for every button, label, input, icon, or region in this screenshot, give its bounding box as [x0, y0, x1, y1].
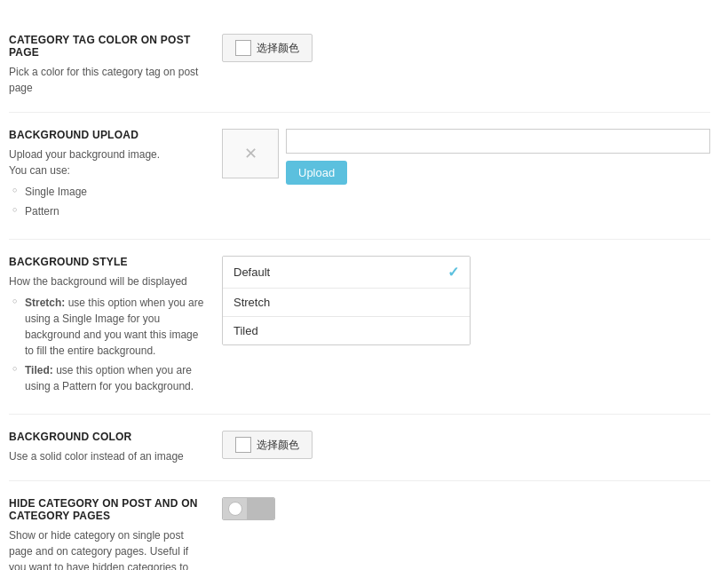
section-left: BACKGROUND STYLE How the background will… — [9, 256, 222, 398]
background-style-desc: How the background will be displayed Str… — [9, 273, 204, 394]
tiled-desc: Tiled: use this option when you are usin… — [12, 362, 204, 394]
tiled-label: Tiled: — [25, 364, 53, 376]
section-right — [222, 497, 710, 520]
background-upload-title: BACKGROUND UPLOAD — [9, 129, 204, 141]
category-tag-color-desc: Pick a color for this category tag on po… — [9, 64, 204, 96]
style-option-tiled[interactable]: Tiled — [223, 317, 470, 344]
hide-category-section: HIDE CATEGORY ON POST AND ON CATEGORY PA… — [9, 481, 710, 570]
hide-category-title: HIDE CATEGORY ON POST AND ON CATEGORY PA… — [9, 497, 204, 522]
background-color-section: BACKGROUND COLOR Use a solid color inste… — [9, 415, 710, 481]
category-color-btn-label: 选择颜色 — [257, 41, 299, 56]
color-swatch — [235, 40, 251, 56]
background-style-section: BACKGROUND STYLE How the background will… — [9, 240, 710, 415]
color-swatch — [235, 437, 251, 453]
remove-icon: ✕ — [244, 144, 257, 163]
background-style-desc-text: How the background will be displayed — [9, 275, 187, 288]
background-color-picker-button[interactable]: 选择颜色 — [222, 431, 313, 459]
style-option-default-label: Default — [233, 265, 270, 279]
section-right: 选择颜色 — [222, 431, 710, 459]
upload-row: ✕ Upload — [222, 129, 710, 185]
stretch-label: Stretch: — [25, 297, 65, 309]
section-right: Default ✓ Stretch Tiled — [222, 256, 710, 345]
category-tag-color-section: CATEGORY TAG COLOR ON POST PAGE Pick a c… — [9, 18, 710, 113]
background-upload-section: BACKGROUND UPLOAD Upload your background… — [9, 113, 710, 240]
background-style-title: BACKGROUND STYLE — [9, 256, 204, 268]
hide-category-toggle[interactable] — [222, 497, 275, 520]
option-pattern: Pattern — [12, 203, 204, 219]
upload-thumbnail: ✕ — [222, 129, 279, 178]
hide-category-desc: Show or hide category on single post pag… — [9, 527, 204, 570]
background-color-btn-label: 选择颜色 — [257, 438, 299, 453]
upload-button[interactable]: Upload — [286, 161, 347, 185]
checkmark-icon: ✓ — [447, 264, 459, 281]
style-option-stretch[interactable]: Stretch — [223, 289, 470, 317]
background-upload-desc: Upload your background image.You can use… — [9, 146, 204, 219]
option-single-image: Single Image — [12, 184, 204, 200]
upload-filename-input[interactable] — [286, 129, 710, 154]
section-right: 选择颜色 — [222, 34, 710, 62]
upload-right: Upload — [286, 129, 710, 185]
background-color-desc: Use a solid color instead of an image — [9, 448, 204, 464]
toggle-off-part — [223, 498, 248, 519]
background-upload-desc-text: Upload your background image.You can use… — [9, 148, 160, 177]
style-option-tiled-label: Tiled — [233, 324, 258, 337]
background-upload-options: Single Image Pattern — [9, 184, 204, 219]
toggle-off-indicator — [228, 502, 242, 516]
background-style-items: Stretch: use this option when you are us… — [9, 295, 204, 394]
style-option-default[interactable]: Default ✓ — [223, 257, 470, 289]
section-left: HIDE CATEGORY ON POST AND ON CATEGORY PA… — [9, 497, 222, 570]
background-color-title: BACKGROUND COLOR — [9, 431, 204, 443]
section-left: BACKGROUND UPLOAD Upload your background… — [9, 129, 222, 223]
style-option-stretch-label: Stretch — [233, 296, 270, 309]
stretch-desc: Stretch: use this option when you are us… — [12, 295, 204, 359]
style-options-list: Default ✓ Stretch Tiled — [222, 256, 471, 345]
section-right: ✕ Upload — [222, 129, 710, 185]
section-left: BACKGROUND COLOR Use a solid color inste… — [9, 431, 222, 464]
toggle-on-part — [248, 498, 274, 519]
section-left: CATEGORY TAG COLOR ON POST PAGE Pick a c… — [9, 34, 222, 96]
category-tag-color-title: CATEGORY TAG COLOR ON POST PAGE — [9, 34, 204, 59]
category-color-picker-button[interactable]: 选择颜色 — [222, 34, 313, 62]
